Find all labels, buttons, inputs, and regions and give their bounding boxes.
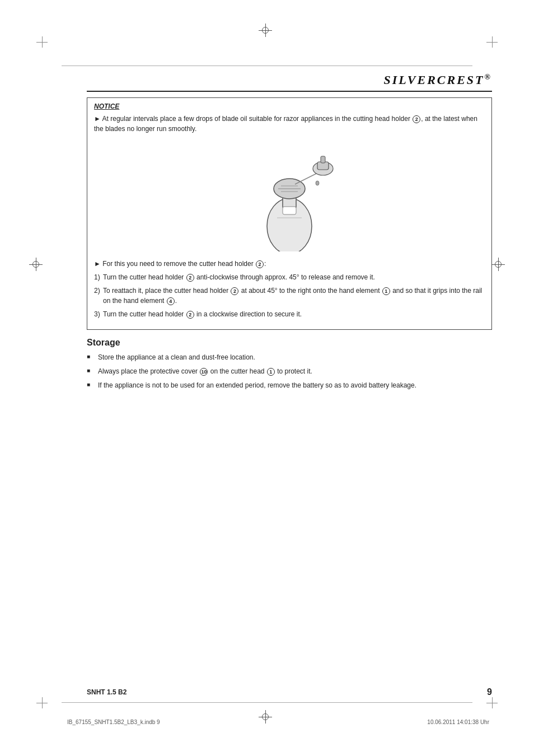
cnum-2-remove: 2 (256, 260, 264, 268)
reg-mark-tl (34, 34, 50, 50)
bottom-rule (62, 702, 472, 703)
notice-intro: ► At regular intervals place a few drops… (94, 114, 485, 134)
illustration-wrap (94, 139, 485, 253)
brand-name: SILVERCREST® (383, 73, 492, 87)
brand-header: SILVERCREST® (87, 73, 492, 92)
crosshair-left (29, 258, 43, 271)
storage-item-3: If the appliance is not to be used for a… (87, 380, 492, 390)
print-info-right: 10.06.2011 14:01:38 Uhr (427, 719, 489, 725)
content-area: SILVERCREST® NOTICE ► At regular interva… (87, 73, 492, 689)
svg-point-12 (316, 181, 319, 185)
notice-box: NOTICE ► At regular intervals place a fe… (87, 97, 492, 330)
crosshair-top (259, 24, 272, 37)
print-info: IB_67155_SNHT1.5B2_LB3_k.indb 9 10.06.20… (67, 719, 489, 725)
step-item-1: 1) Turn the cutter head holder 2 anti-cl… (94, 272, 485, 282)
reg-mark-bl (34, 694, 50, 711)
footer-model: SNHT 1.5 B2 (87, 688, 127, 696)
top-rule (62, 66, 472, 66)
notice-for-remove: ► For this you need to remove the cutter… (94, 259, 485, 269)
page-footer: SNHT 1.5 B2 9 (87, 687, 492, 697)
cnum-2-notice: 2 (413, 115, 420, 123)
step-list: 1) Turn the cutter head holder 2 anti-cl… (94, 272, 485, 319)
crosshair-right (491, 258, 505, 271)
page-container: GB IE SILVERCREST® NOTICE ► At regular i… (0, 0, 534, 756)
step-item-3: 3) Turn the cutter head holder 2 in a cl… (94, 309, 485, 319)
svg-line-8 (295, 173, 317, 184)
storage-list: Store the appliance at a clean and dust-… (87, 352, 492, 390)
step-item-2: 2) To reattach it, place the cutter head… (94, 286, 485, 306)
storage-item-2: Always place the protective cover 10 on … (87, 366, 492, 376)
storage-title: Storage (87, 338, 492, 348)
svg-rect-11 (321, 156, 325, 163)
notice-title: NOTICE (94, 102, 485, 110)
footer-page: 9 (487, 687, 492, 697)
storage-item-1: Store the appliance at a clean and dust-… (87, 352, 492, 362)
print-info-left: IB_67155_SNHT1.5B2_LB3_k.indb 9 (67, 719, 160, 725)
svg-rect-6 (283, 207, 296, 214)
reg-mark-tr (484, 34, 500, 50)
device-illustration (245, 139, 334, 251)
storage-section: Storage Store the appliance at a clean a… (87, 338, 492, 390)
